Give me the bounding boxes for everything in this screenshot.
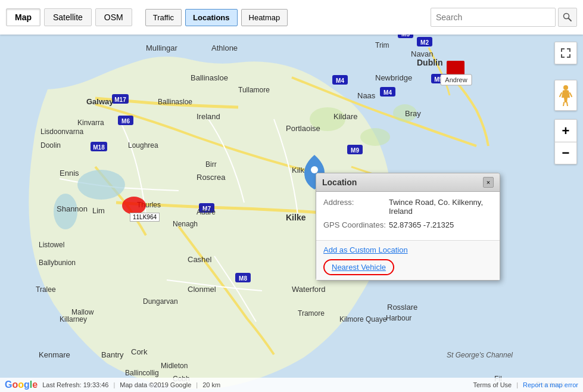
svg-rect-89 — [569, 48, 570, 52]
svg-text:M17: M17 — [114, 97, 126, 103]
nearest-vehicle-button[interactable]: Nearest Vehicle — [323, 259, 394, 275]
svg-text:M8: M8 — [239, 275, 247, 282]
svg-text:Dublin: Dublin — [417, 58, 443, 67]
svg-text:Bantry: Bantry — [101, 350, 124, 359]
map-type-satellite-button[interactable]: Satellite — [44, 8, 92, 26]
popup-body: Address: Twince Road, Co. Kilkenny, Irel… — [316, 192, 500, 240]
locations-button[interactable]: Locations — [185, 9, 237, 26]
svg-text:Kenmare: Kenmare — [39, 350, 70, 359]
svg-text:Doolin: Doolin — [40, 141, 61, 150]
svg-text:Ballybunion: Ballybunion — [39, 259, 76, 267]
location-popup: Location × Address: Twince Road, Co. Kil… — [316, 173, 500, 281]
search-box — [431, 8, 577, 27]
svg-text:Newbridge: Newbridge — [375, 73, 412, 82]
svg-text:Kildare: Kildare — [333, 112, 357, 121]
popup-close-button[interactable]: × — [483, 177, 494, 188]
svg-text:Kinvarra: Kinvarra — [77, 119, 104, 127]
svg-text:Dungarvan: Dungarvan — [143, 297, 178, 306]
zoom-out-button[interactable]: − — [554, 142, 577, 164]
svg-line-98 — [567, 102, 568, 106]
svg-text:Ballinasloe: Ballinasloe — [191, 73, 228, 82]
svg-text:Cork: Cork — [131, 347, 148, 356]
traffic-button[interactable]: Traffic — [145, 9, 182, 26]
search-input[interactable] — [431, 8, 556, 27]
svg-text:M2: M2 — [420, 39, 429, 46]
svg-text:Tullamore: Tullamore — [238, 86, 270, 94]
address-label: Address: — [323, 198, 389, 207]
svg-text:Rosslare: Rosslare — [387, 303, 417, 312]
address-value: Twince Road, Co. Kilkenny, Ireland — [389, 198, 492, 216]
svg-text:Kilke: Kilke — [286, 213, 306, 222]
svg-text:M4: M4 — [336, 77, 344, 84]
svg-text:Mallow: Mallow — [71, 308, 94, 316]
report-link[interactable]: Report a map error — [523, 381, 578, 388]
map-container[interactable]: M17 M6 M7 M8 M4 M4 M50 M2 M9 M18 M3 Galw… — [0, 0, 583, 392]
svg-text:Navan: Navan — [411, 49, 434, 58]
svg-line-97 — [563, 102, 564, 106]
svg-text:St George's Channel: St George's Channel — [447, 351, 513, 359]
map-type-map-button[interactable]: Map — [6, 8, 40, 26]
svg-text:Andrew: Andrew — [445, 76, 467, 83]
svg-text:Killarney: Killarney — [60, 315, 87, 323]
separator-3: | — [516, 381, 518, 388]
svg-text:Ireland: Ireland — [197, 112, 220, 121]
last-refresh-text: Last Refresh: 19:33:46 — [42, 381, 108, 388]
separator-1: | — [113, 381, 115, 388]
svg-rect-93 — [569, 54, 570, 58]
svg-text:Ballincollig: Ballincollig — [125, 369, 159, 377]
limerick-marker — [122, 197, 146, 214]
google-logo: Google — [5, 379, 38, 390]
map-type-osm-button[interactable]: OSM — [95, 8, 132, 26]
svg-point-4 — [360, 128, 390, 146]
svg-text:Waterford: Waterford — [292, 285, 326, 294]
svg-text:Galway: Galway — [86, 97, 114, 106]
fullscreen-icon — [560, 47, 572, 59]
scale-text: 20 km — [202, 381, 220, 388]
svg-text:Ballinasloe: Ballinasloe — [158, 98, 192, 106]
svg-line-96 — [570, 93, 572, 97]
svg-text:Birr: Birr — [205, 160, 217, 169]
gps-label: GPS Coordinates: — [323, 220, 389, 229]
popup-address-row: Address: Twince Road, Co. Kilkenny, Irel… — [323, 198, 492, 216]
popup-header: Location × — [316, 173, 500, 192]
svg-text:Kilmore Quaye: Kilmore Quaye — [339, 315, 387, 323]
svg-text:Naas: Naas — [357, 91, 376, 100]
svg-text:Ennis: Ennis — [60, 169, 79, 178]
svg-text:M4: M4 — [384, 89, 392, 96]
svg-point-1 — [77, 170, 125, 200]
heatmap-button[interactable]: Heatmap — [241, 9, 288, 26]
search-icon — [563, 13, 572, 22]
popup-title: Location — [322, 178, 357, 187]
add-custom-location-link[interactable]: Add as Custom Location — [323, 245, 492, 254]
svg-text:Bray: Bray — [405, 109, 421, 118]
map-data-text: Map data ©2019 Google — [120, 381, 191, 388]
svg-line-85 — [569, 18, 572, 21]
svg-text:Listowel: Listowel — [39, 241, 64, 249]
svg-text:Portlaoise: Portlaoise — [286, 124, 320, 133]
svg-text:Nenagh: Nenagh — [173, 220, 198, 228]
svg-text:Tralee: Tralee — [36, 285, 56, 294]
svg-text:Loughrea: Loughrea — [128, 141, 158, 150]
fullscreen-button[interactable] — [554, 42, 577, 64]
svg-text:M6: M6 — [121, 118, 130, 125]
svg-rect-87 — [561, 48, 562, 52]
toolbar: Map Satellite OSM Traffic Locations Heat… — [0, 0, 583, 35]
popup-gps-row: GPS Coordinates: 52.87365 -7.21325 — [323, 220, 492, 229]
svg-text:Mullingar: Mullingar — [146, 43, 177, 52]
separator-2: | — [196, 381, 198, 388]
svg-text:M9: M9 — [351, 147, 359, 154]
svg-text:M18: M18 — [93, 144, 105, 151]
map-controls: + − — [554, 42, 577, 164]
popup-footer: Add as Custom Location Nearest Vehicle — [316, 240, 500, 280]
search-submit-button[interactable] — [558, 8, 577, 27]
svg-point-94 — [563, 85, 568, 90]
zoom-in-button[interactable]: + — [554, 119, 577, 142]
svg-text:Roscrea: Roscrea — [197, 173, 226, 182]
svg-text:Lim: Lim — [92, 206, 105, 215]
svg-text:Adare: Adare — [197, 208, 216, 216]
pegman-button[interactable] — [554, 80, 577, 111]
svg-line-95 — [560, 93, 562, 97]
terms-link[interactable]: Terms of Use — [473, 381, 512, 388]
svg-text:Clonmel: Clonmel — [188, 285, 216, 294]
svg-text:Tramore: Tramore — [298, 309, 325, 318]
